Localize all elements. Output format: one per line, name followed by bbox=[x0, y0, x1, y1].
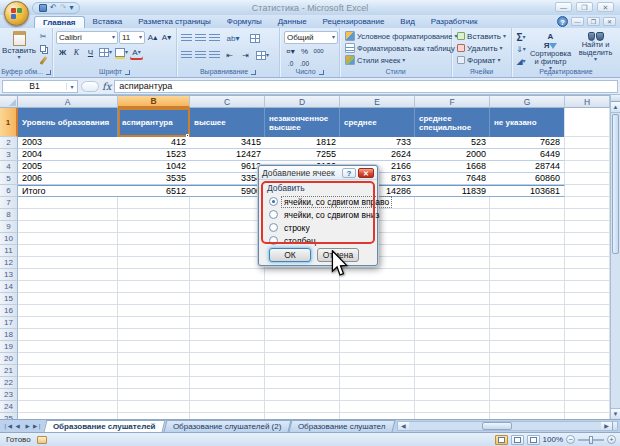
dialog-title-bar[interactable]: Добавление ячеек ? ✕ bbox=[259, 166, 377, 180]
scroll-up-icon[interactable]: ▲ bbox=[611, 102, 620, 113]
cell-H11[interactable] bbox=[565, 245, 610, 257]
cell-A5[interactable]: 2006 bbox=[18, 173, 118, 185]
row-header-17[interactable]: 17 bbox=[0, 317, 18, 329]
cell-F13[interactable] bbox=[415, 269, 490, 281]
prev-sheet-icon[interactable]: ◀ bbox=[13, 423, 22, 429]
cell-C4[interactable]: 9612 bbox=[190, 161, 265, 173]
cell-H16[interactable] bbox=[565, 305, 610, 317]
cell-A9[interactable] bbox=[18, 221, 118, 233]
delete-cells-button[interactable]: Удалить▾ bbox=[455, 42, 508, 54]
cell-G6[interactable]: 103681 bbox=[490, 185, 565, 197]
find-select-button[interactable]: Найти и выделить▾ bbox=[573, 30, 618, 67]
name-box-dropdown-icon[interactable]: ▾ bbox=[66, 83, 77, 90]
cell-D14[interactable] bbox=[265, 281, 340, 293]
horizontal-scroll-thumb[interactable] bbox=[482, 422, 512, 430]
cell-G19[interactable] bbox=[490, 341, 565, 353]
row-header-4[interactable]: 4 bbox=[0, 161, 18, 173]
row-header-9[interactable]: 9 bbox=[0, 221, 18, 233]
cell-H8[interactable] bbox=[565, 209, 610, 221]
ribbon-tab-2[interactable]: Вставка bbox=[85, 16, 131, 28]
column-header-C[interactable]: C bbox=[190, 95, 265, 108]
currency-button[interactable]: ¤▾ bbox=[284, 45, 297, 57]
fill-button[interactable]: ⇓▾ bbox=[514, 44, 528, 55]
cell-C8[interactable] bbox=[190, 209, 265, 221]
cell-F21[interactable] bbox=[415, 365, 490, 377]
cell-A18[interactable] bbox=[18, 329, 118, 341]
radio-icon[interactable] bbox=[269, 223, 278, 232]
cell-B2[interactable]: 412 bbox=[118, 137, 190, 149]
row-header-23[interactable]: 23 bbox=[0, 389, 18, 401]
cell-D22[interactable] bbox=[265, 377, 340, 389]
office-button[interactable] bbox=[4, 1, 29, 26]
shrink-font-button[interactable]: A▾ bbox=[160, 32, 173, 44]
cell-B11[interactable] bbox=[118, 245, 190, 257]
cell-A23[interactable] bbox=[18, 389, 118, 401]
cell-G9[interactable] bbox=[490, 221, 565, 233]
cell-F3[interactable]: 2000 bbox=[415, 149, 490, 161]
cell-H12[interactable] bbox=[565, 257, 610, 269]
cell-F11[interactable] bbox=[415, 245, 490, 257]
sheet-tab-3[interactable]: Образование слушател bbox=[289, 420, 396, 432]
font-color-button[interactable]: А▾ bbox=[130, 46, 143, 58]
cell-C24[interactable] bbox=[190, 401, 265, 413]
borders-button[interactable]: ▾ bbox=[98, 46, 113, 58]
help-icon[interactable]: ? bbox=[557, 16, 568, 27]
copy-button[interactable] bbox=[36, 43, 50, 54]
ribbon-tab-8[interactable]: Разработчик bbox=[423, 16, 486, 28]
cell-E13[interactable] bbox=[340, 269, 415, 281]
merge-center-button[interactable]: ▾ bbox=[255, 49, 270, 61]
cell-E19[interactable] bbox=[340, 341, 415, 353]
decrease-indent-button[interactable]: ⇤ bbox=[223, 49, 236, 61]
row-header-12[interactable]: 12 bbox=[0, 257, 18, 269]
dialog-launcher-icon[interactable] bbox=[46, 70, 51, 75]
dialog-close-icon[interactable]: ✕ bbox=[358, 168, 374, 178]
cell-H5[interactable] bbox=[565, 173, 610, 185]
cell-C2[interactable]: 3415 bbox=[190, 137, 265, 149]
cell-H1[interactable] bbox=[565, 108, 610, 137]
cell-H7[interactable] bbox=[565, 197, 610, 209]
cell-H17[interactable] bbox=[565, 317, 610, 329]
zoom-in-icon[interactable]: + bbox=[607, 435, 616, 444]
row-header-3[interactable]: 3 bbox=[0, 149, 18, 161]
row-header-11[interactable]: 11 bbox=[0, 245, 18, 257]
cell-C20[interactable] bbox=[190, 353, 265, 365]
cell-F14[interactable] bbox=[415, 281, 490, 293]
cell-D3[interactable]: 7255 bbox=[265, 149, 340, 161]
row-header-13[interactable]: 13 bbox=[0, 269, 18, 281]
format-as-table-button[interactable]: Форматировать как таблицу▾ bbox=[343, 42, 448, 54]
macro-record-icon[interactable] bbox=[37, 436, 47, 444]
cell-C7[interactable] bbox=[190, 197, 265, 209]
wrap-text-button[interactable] bbox=[246, 32, 264, 44]
align-bottom-icon[interactable] bbox=[209, 34, 220, 42]
cell-A14[interactable] bbox=[18, 281, 118, 293]
cell-C16[interactable] bbox=[190, 305, 265, 317]
cell-D20[interactable] bbox=[265, 353, 340, 365]
cell-F18[interactable] bbox=[415, 329, 490, 341]
cell-H4[interactable] bbox=[565, 161, 610, 173]
cell-A24[interactable] bbox=[18, 401, 118, 413]
cell-A4[interactable]: 2005 bbox=[18, 161, 118, 173]
cell-H2[interactable] bbox=[565, 137, 610, 149]
cell-D21[interactable] bbox=[265, 365, 340, 377]
cell-A13[interactable] bbox=[18, 269, 118, 281]
insert-cells-button[interactable]: Вставить▾ bbox=[455, 30, 508, 42]
tab-split-handle[interactable] bbox=[612, 422, 617, 430]
radio-icon[interactable] bbox=[269, 210, 278, 219]
cell-G16[interactable] bbox=[490, 305, 565, 317]
cell-E14[interactable] bbox=[340, 281, 415, 293]
cell-F4[interactable]: 1668 bbox=[415, 161, 490, 173]
split-handle[interactable] bbox=[611, 95, 620, 102]
row-header-5[interactable]: 5 bbox=[0, 173, 18, 185]
cell-G7[interactable] bbox=[490, 197, 565, 209]
cell-D2[interactable]: 1812 bbox=[265, 137, 340, 149]
cell-C18[interactable] bbox=[190, 329, 265, 341]
cell-E23[interactable] bbox=[340, 389, 415, 401]
cell-H10[interactable] bbox=[565, 233, 610, 245]
cut-button[interactable]: ✂ bbox=[36, 31, 50, 42]
cell-C5[interactable]: 3354 bbox=[190, 173, 265, 185]
cell-A20[interactable] bbox=[18, 353, 118, 365]
cell-G3[interactable]: 6449 bbox=[490, 149, 565, 161]
cell-B15[interactable] bbox=[118, 293, 190, 305]
grow-font-button[interactable]: A▴ bbox=[146, 32, 159, 44]
cell-E3[interactable]: 2624 bbox=[340, 149, 415, 161]
